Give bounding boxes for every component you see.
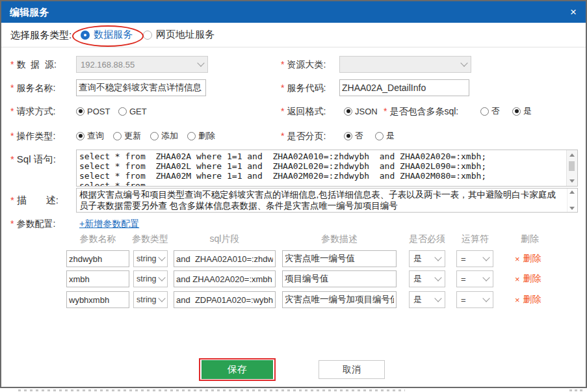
chevron-down-icon [482, 294, 489, 302]
param-required-select[interactable]: 是 [409, 291, 445, 308]
scroll-up-icon[interactable] [569, 190, 575, 194]
param-type-value: string [137, 254, 157, 263]
datasource-select-value: 192.168.88.55 [81, 60, 135, 70]
service-code-label: *服务代码: [281, 79, 326, 96]
chevron-down-icon [460, 59, 467, 66]
resource-category-select[interactable] [339, 56, 471, 73]
header-sql-fragment: sql片段 [174, 232, 276, 245]
dialog-titlebar: 编辑服务 × [1, 1, 586, 23]
required-mark: * [10, 59, 14, 70]
delete-param-link[interactable]: ×删除 [515, 291, 541, 308]
radio-get[interactable]: GET [118, 104, 147, 118]
radio-unchecked-icon [480, 107, 489, 116]
param-desc-input[interactable] [282, 291, 397, 308]
chevron-down-icon [434, 294, 441, 302]
param-type-select[interactable]: string [133, 270, 168, 287]
close-icon[interactable]: × [570, 1, 577, 23]
radio-data-service[interactable]: 数据服务 [81, 23, 133, 47]
datasource-label: *数 据 源: [10, 56, 57, 73]
sql-line: select * from [77, 181, 577, 187]
scroll-down-icon[interactable] [569, 207, 575, 210]
param-type-select[interactable]: string [133, 250, 168, 267]
chevron-down-icon [158, 254, 165, 261]
edit-service-dialog: 编辑服务 × 选择服务类型: 数据服务 网页地址服务 *数 据 源: 192.1… [0, 0, 587, 388]
radio-op-add[interactable]: 添加 [150, 129, 178, 143]
delete-param-link[interactable]: ×删除 [515, 270, 541, 287]
radio-json[interactable]: JSON [344, 104, 378, 118]
param-required-select[interactable]: 是 [409, 270, 445, 287]
delete-param-link[interactable]: ×删除 [515, 250, 541, 267]
service-type-row: 选择服务类型: 数据服务 网页地址服务 [1, 23, 586, 47]
required-mark: * [384, 106, 387, 116]
description-scrollbar[interactable] [567, 189, 577, 212]
radio-web-url-service-label: 网页地址服务 [156, 29, 215, 41]
scroll-thumb[interactable] [569, 161, 575, 171]
background-page-edge [569, 389, 582, 391]
datasource-select[interactable]: 192.168.88.55 [76, 56, 208, 73]
param-required-value: 是 [413, 273, 422, 285]
sql-label: *Sql 语句: [10, 151, 56, 168]
header-param-desc: 参数描述 [282, 232, 397, 245]
delete-label: 删除 [523, 253, 541, 265]
param-name-input[interactable] [66, 291, 129, 308]
radio-unchecked-icon [187, 132, 196, 140]
save-button[interactable]: 保存 [202, 360, 273, 379]
chevron-down-icon [158, 274, 165, 281]
service-name-input[interactable] [76, 79, 206, 96]
scroll-up-icon[interactable] [569, 153, 575, 157]
delete-label: 删除 [523, 294, 541, 306]
param-desc-input[interactable] [282, 270, 397, 287]
radio-op-delete[interactable]: 删除 [187, 129, 215, 143]
radio-checked-icon [344, 107, 352, 116]
header-required: 是否必须 [402, 232, 452, 245]
chevron-down-icon [197, 59, 204, 66]
radio-multi-sql-yes[interactable]: 是 [512, 104, 532, 118]
dialog-title: 编辑服务 [10, 1, 49, 23]
service-type-label: 选择服务类型: [10, 23, 72, 47]
header-param-name: 参数名称 [66, 232, 129, 245]
description-label: *描 述: [10, 192, 59, 209]
sql-scrollbar[interactable] [566, 150, 577, 186]
param-type-select[interactable]: string [133, 291, 168, 308]
radio-multi-sql-no[interactable]: 否 [480, 104, 500, 118]
radio-pagination-yes[interactable]: 是 [375, 129, 395, 143]
param-required-select[interactable]: 是 [409, 250, 445, 267]
chevron-down-icon [482, 254, 489, 261]
delete-x-icon: × [515, 295, 520, 305]
description-textarea[interactable]: 根据灾害点编号和项目类型查询不稳定斜坡灾害点的详细信息,包括详细信息表、子表以及… [76, 188, 578, 213]
radio-checked-icon [344, 132, 352, 140]
param-operator-select[interactable]: = [456, 270, 493, 287]
delete-x-icon: × [515, 274, 520, 284]
radio-op-update[interactable]: 更新 [113, 129, 141, 143]
radio-unselected-icon [143, 31, 152, 40]
radio-checked-icon [512, 107, 521, 116]
description-text: 根据灾害点编号和项目类型查询不稳定斜坡灾害点的详细信息,包括详细信息表、子表以及… [79, 190, 556, 211]
sql-line: select * from ZHAA02M where 1=1 and ZHAA… [77, 171, 577, 181]
radio-post[interactable]: POST [76, 104, 110, 118]
param-required-value: 是 [413, 253, 422, 265]
param-desc-input[interactable] [282, 250, 397, 267]
param-sql-input[interactable] [174, 291, 276, 308]
param-name-input[interactable] [66, 270, 129, 287]
return-format-label: *返回格式: [281, 104, 326, 121]
multi-sql-label: *是否包含多条sql: [384, 104, 458, 121]
param-sql-input[interactable] [174, 250, 276, 267]
required-mark: * [10, 194, 14, 205]
chevron-down-icon [434, 274, 441, 281]
service-code-input[interactable] [339, 79, 469, 96]
radio-op-query[interactable]: 查询 [76, 129, 104, 143]
cancel-button[interactable]: 取消 [319, 360, 385, 379]
param-name-input[interactable] [66, 250, 129, 267]
scroll-down-icon[interactable] [569, 179, 575, 183]
param-operator-select[interactable]: = [456, 250, 493, 267]
param-operator-value: = [461, 254, 466, 264]
param-sql-input[interactable] [174, 270, 276, 287]
required-mark: * [281, 83, 284, 93]
add-param-link[interactable]: +新增参数配置 [79, 216, 139, 231]
radio-pagination-no[interactable]: 否 [344, 129, 363, 143]
sql-textarea[interactable]: select * from ZHAA02A where 1=1 and ZHAA… [76, 150, 578, 187]
radio-checked-icon [76, 107, 85, 116]
param-operator-select[interactable]: = [456, 291, 493, 308]
sql-line: select * from ZHAA02L where 1=1 and ZHAA… [77, 161, 577, 171]
radio-web-url-service[interactable]: 网页地址服务 [143, 23, 215, 47]
